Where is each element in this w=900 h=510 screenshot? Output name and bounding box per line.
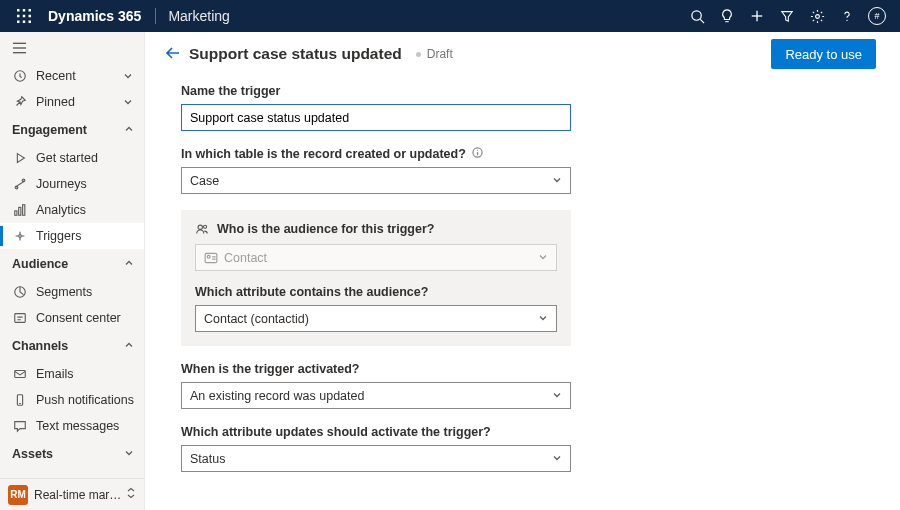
nav-journeys[interactable]: Journeys	[0, 171, 144, 197]
nav-analytics[interactable]: Analytics	[0, 197, 144, 223]
svg-point-14	[815, 14, 819, 18]
nav-text-messages[interactable]: Text messages	[0, 413, 144, 439]
nav-label: Triggers	[36, 229, 134, 243]
back-button[interactable]	[165, 46, 189, 63]
search-icon[interactable]	[682, 0, 712, 32]
svg-rect-1	[23, 9, 26, 12]
svg-rect-24	[23, 205, 25, 216]
product-brand: Dynamics 365	[40, 8, 149, 24]
svg-rect-8	[29, 21, 32, 24]
chevron-down-icon	[124, 447, 134, 461]
name-label: Name the trigger	[181, 84, 705, 98]
play-icon	[12, 150, 28, 166]
consent-icon	[12, 310, 28, 326]
svg-rect-28	[15, 371, 26, 378]
lightbulb-icon[interactable]	[712, 0, 742, 32]
svg-rect-22	[15, 211, 17, 215]
audience-title: Who is the audience for this trigger?	[195, 222, 557, 236]
audience-panel: Who is the audience for this trigger? Co…	[181, 210, 571, 346]
message-icon	[12, 418, 28, 434]
audience-entity-select: Contact	[195, 244, 557, 271]
svg-rect-23	[19, 207, 21, 215]
filter-icon[interactable]	[772, 0, 802, 32]
trigger-name-input[interactable]	[181, 104, 571, 131]
chevron-down-icon	[538, 251, 548, 265]
triggers-icon	[12, 228, 28, 244]
table-select[interactable]: Case	[181, 167, 571, 194]
nav-label: Emails	[36, 367, 134, 381]
audience-attr-label: Which attribute contains the audience?	[195, 285, 557, 299]
nav-label: Text messages	[36, 419, 134, 433]
sidebar: Recent Pinned Engagement Get started Jou…	[0, 32, 145, 510]
chevron-down-icon	[552, 389, 562, 403]
group-audience[interactable]: Audience	[0, 249, 144, 279]
area-switcher[interactable]: RM Real-time marketi…	[0, 478, 144, 510]
chevron-down-icon	[552, 174, 562, 188]
svg-rect-5	[29, 15, 32, 18]
nav-pinned[interactable]: Pinned	[0, 89, 144, 115]
brand-divider	[155, 8, 156, 24]
chevron-down-icon	[122, 97, 134, 107]
nav-get-started[interactable]: Get started	[0, 145, 144, 171]
nav-label: Pinned	[36, 95, 122, 109]
svg-rect-4	[23, 15, 26, 18]
help-icon[interactable]	[832, 0, 862, 32]
svg-line-10	[700, 19, 704, 23]
group-channels[interactable]: Channels	[0, 331, 144, 361]
nav-segments[interactable]: Segments	[0, 279, 144, 305]
svg-point-37	[207, 255, 210, 258]
chevron-down-icon	[552, 452, 562, 466]
svg-point-15	[846, 20, 847, 21]
email-icon	[12, 366, 28, 382]
svg-rect-27	[15, 314, 26, 323]
nav-label: Analytics	[36, 203, 134, 217]
svg-point-34	[198, 225, 202, 229]
nav-label: Consent center	[36, 311, 134, 325]
area-label: Real-time marketi…	[34, 488, 126, 502]
svg-rect-6	[17, 21, 20, 24]
table-label: In which table is the record created or …	[181, 147, 705, 161]
info-icon[interactable]	[472, 147, 483, 161]
top-bar: Dynamics 365 Marketing #	[0, 0, 900, 32]
nav-label: Get started	[36, 151, 134, 165]
segments-icon	[12, 284, 28, 300]
attribute-updates-select[interactable]: Status	[181, 445, 571, 472]
nav-push-notifications[interactable]: Push notifications	[0, 387, 144, 413]
app-launcher-icon[interactable]	[8, 9, 40, 23]
ready-to-use-button[interactable]: Ready to use	[771, 39, 876, 69]
area-badge: RM	[8, 485, 28, 505]
status-dot	[416, 52, 421, 57]
page-header: Support case status updated Draft Ready …	[145, 32, 900, 76]
nav-consent-center[interactable]: Consent center	[0, 305, 144, 331]
nav-label: Journeys	[36, 177, 134, 191]
svg-rect-7	[23, 21, 26, 24]
group-assets[interactable]: Assets	[0, 439, 144, 469]
when-label: When is the trigger activated?	[181, 362, 705, 376]
chevron-updown-icon	[126, 487, 136, 502]
menu-toggle-icon[interactable]	[0, 36, 144, 63]
chevron-down-icon	[122, 71, 134, 81]
chevron-down-icon	[538, 312, 548, 326]
chevron-up-icon	[124, 339, 134, 353]
add-icon[interactable]	[742, 0, 772, 32]
group-engagement[interactable]: Engagement	[0, 115, 144, 145]
settings-icon[interactable]	[802, 0, 832, 32]
attr-updates-label: Which attribute updates should activate …	[181, 425, 705, 439]
chevron-up-icon	[124, 257, 134, 271]
analytics-icon	[12, 202, 28, 218]
nav-emails[interactable]: Emails	[0, 361, 144, 387]
nav-recent[interactable]: Recent	[0, 63, 144, 89]
clock-icon	[12, 68, 28, 84]
contact-card-icon	[204, 251, 218, 265]
when-activated-select[interactable]: An existing record was updated	[181, 382, 571, 409]
audience-attribute-select[interactable]: Contact (contactid)	[195, 305, 557, 332]
svg-point-25	[19, 235, 22, 238]
push-icon	[12, 392, 28, 408]
chevron-up-icon	[124, 123, 134, 137]
record-status: Draft	[427, 47, 453, 61]
svg-rect-3	[17, 15, 20, 18]
nav-label: Recent	[36, 69, 122, 83]
user-avatar[interactable]: #	[862, 0, 892, 32]
nav-triggers[interactable]: Triggers	[0, 223, 144, 249]
svg-rect-36	[205, 253, 217, 262]
